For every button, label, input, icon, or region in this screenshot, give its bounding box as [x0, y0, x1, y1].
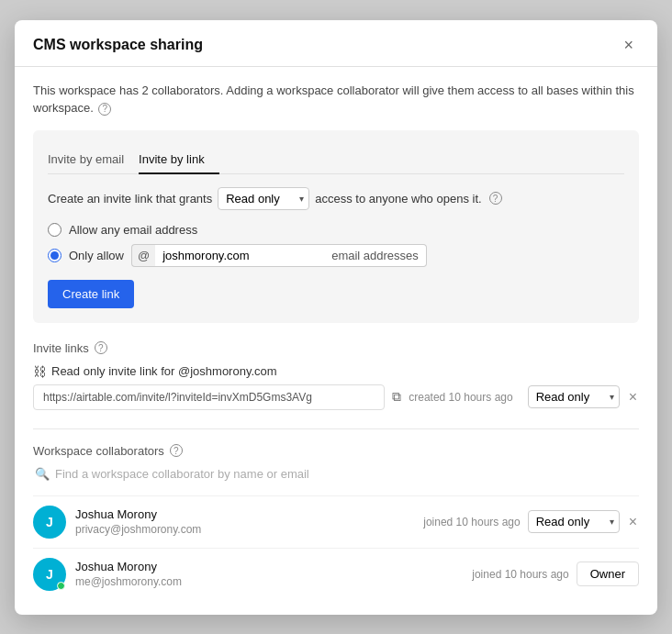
collaborator-name-2: Joshua Morony: [75, 560, 182, 573]
link-url-input[interactable]: [33, 384, 385, 410]
grant-text-after: access to anyone who opens it.: [315, 192, 481, 206]
collaborator-email-2: me@joshmorony.com: [75, 575, 182, 588]
owner-role-button[interactable]: Owner: [577, 562, 639, 586]
link-created-text: created 10 hours ago: [409, 391, 512, 404]
email-domain-row: @ email addresses: [131, 244, 427, 267]
invite-link-title: ⛓ Read only invite link for @joshmorony.…: [33, 364, 639, 379]
collab-role-select-wrapper-1: Read only Editor Commenter: [528, 510, 620, 533]
invite-links-label: Invite links ?: [33, 341, 639, 355]
grant-help-icon[interactable]: ?: [489, 192, 502, 205]
invite-section: Invite by email Invite by link Create an…: [33, 130, 639, 323]
radio-only-allow[interactable]: [48, 249, 62, 262]
modal-title: CMS workspace sharing: [33, 37, 203, 53]
invite-links-section: Invite links ? ⛓ Read only invite link f…: [33, 341, 639, 410]
collaborator-name-1: Joshua Morony: [75, 507, 201, 521]
online-dot: [57, 582, 65, 590]
close-button[interactable]: ×: [618, 35, 639, 55]
copy-icon[interactable]: ⧉: [392, 389, 401, 405]
collaborators-label: Workspace collaborators ?: [33, 444, 639, 458]
grant-text-before: Create an invite link that grants: [48, 192, 212, 206]
radio-only-allow-label: Only allow: [69, 249, 124, 262]
collaborators-section: Workspace collaborators ? 🔍 Find a works…: [33, 444, 639, 600]
remove-collaborator-1[interactable]: ×: [627, 514, 639, 530]
invite-tabs: Invite by email Invite by link: [48, 145, 624, 174]
collaborator-left-2: J Joshua Morony me@joshmorony.com: [33, 558, 182, 591]
search-row: 🔍 Find a workspace collaborator by name …: [33, 467, 639, 481]
modal-body: This workspace has 2 collaborators. Addi…: [15, 67, 657, 615]
search-icon: 🔍: [35, 467, 50, 481]
collaborator-email-1: privacy@joshmorony.com: [75, 523, 201, 536]
create-link-button[interactable]: Create link: [48, 280, 134, 308]
access-select-wrapper: Read only Editor Commenter: [218, 187, 309, 210]
collaborators-help-icon[interactable]: ?: [170, 444, 183, 457]
link-icon: ⛓: [33, 364, 46, 379]
collaborator-right-1: joined 10 hours ago Read only Editor Com…: [423, 510, 639, 533]
radio-any-email[interactable]: [48, 223, 62, 237]
modal-overlay: CMS workspace sharing × This workspace h…: [0, 0, 672, 634]
collaborator-info-2: Joshua Morony me@joshmorony.com: [75, 560, 182, 588]
section-divider: [33, 428, 639, 429]
link-input-row: ⧉ created 10 hours ago Read only Editor …: [33, 384, 639, 410]
link-access-select[interactable]: Read only Editor Commenter: [528, 385, 620, 408]
modal: CMS workspace sharing × This workspace h…: [15, 20, 657, 615]
search-placeholder-text: Find a workspace collaborator by name or…: [55, 467, 309, 481]
email-suffix: email addresses: [324, 244, 427, 267]
domain-input[interactable]: [155, 244, 324, 267]
collaborator-left-1: J Joshua Morony privacy@joshmorony.com: [33, 506, 201, 539]
at-prefix: @: [131, 244, 155, 267]
link-access-select-wrapper: Read only Editor Commenter: [528, 385, 620, 408]
modal-header: CMS workspace sharing ×: [15, 20, 657, 67]
avatar-2: J: [33, 558, 66, 591]
collaborator-info-1: Joshua Morony privacy@joshmorony.com: [75, 507, 201, 536]
invite-link-item: ⛓ Read only invite link for @joshmorony.…: [33, 364, 639, 410]
remove-link-button[interactable]: ×: [627, 389, 639, 406]
collab-role-select-1[interactable]: Read only Editor Commenter: [528, 510, 620, 533]
tab-invite-email[interactable]: Invite by email: [48, 145, 139, 173]
radio-any-email-label: Allow any email address: [69, 223, 197, 237]
tab-invite-link[interactable]: Invite by link: [139, 145, 219, 173]
avatar-1: J: [33, 506, 66, 539]
collaborator-right-2: joined 10 hours ago Owner: [472, 562, 639, 586]
radio-any-email-row: Allow any email address: [48, 223, 624, 237]
collaborator-row-1: J Joshua Morony privacy@joshmorony.com j…: [33, 495, 639, 548]
invite-links-help-icon[interactable]: ?: [95, 341, 107, 354]
description-help-icon[interactable]: ?: [98, 103, 111, 116]
collaborator-joined-2: joined 10 hours ago: [472, 568, 568, 581]
description-text: This workspace has 2 collaborators. Addi…: [33, 82, 639, 117]
access-select[interactable]: Read only Editor Commenter: [218, 187, 309, 210]
collaborator-row-2: J Joshua Morony me@joshmorony.com joined…: [33, 548, 639, 600]
collaborator-joined-1: joined 10 hours ago: [423, 516, 520, 528]
invite-grant-row: Create an invite link that grants Read o…: [48, 187, 624, 210]
radio-only-allow-row: Only allow @ email addresses: [48, 244, 624, 267]
radio-group: Allow any email address Only allow @ ema…: [48, 223, 624, 267]
